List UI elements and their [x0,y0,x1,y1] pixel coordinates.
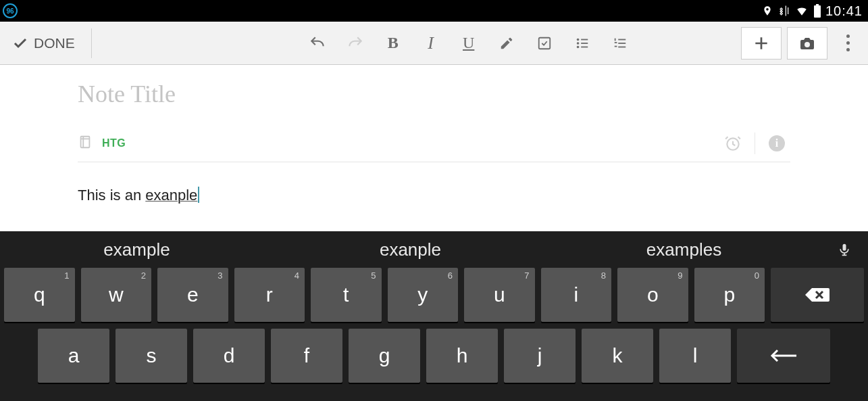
redo-button [336,27,374,60]
svg-rect-13 [614,42,617,43]
key-q[interactable]: 1q [4,268,75,322]
alarm-icon [724,135,742,152]
svg-rect-1 [816,4,819,5]
key-d[interactable]: d [193,329,265,383]
plus-icon [752,34,770,52]
status-bar: 96 10:41 [0,0,868,22]
checkbox-button[interactable] [526,27,563,60]
location-icon [762,4,773,18]
key-s[interactable]: s [116,329,187,383]
undo-icon [309,34,326,52]
info-button[interactable]: i [763,130,790,157]
svg-rect-16 [81,136,90,147]
svg-rect-7 [581,43,588,44]
redo-icon [347,34,364,52]
key-e[interactable]: 3e [157,268,228,322]
svg-rect-11 [618,46,626,47]
key-row-2: asdfghjkl [4,329,864,383]
bold-button[interactable]: B [374,27,412,60]
backspace-key[interactable] [771,268,864,322]
numbered-list-button[interactable] [601,27,639,60]
dot-icon [846,34,850,38]
camera-button[interactable] [787,27,827,60]
toolbar-separator [91,28,92,58]
status-clock: 10:41 [825,3,863,19]
pencil-icon [499,36,514,51]
camera-icon [798,35,817,51]
suggestion-bar: example exanple examples [0,231,868,268]
content-text: This is an [78,187,145,204]
key-w[interactable]: 2w [81,268,152,322]
svg-rect-9 [618,39,626,40]
wifi-icon [794,5,809,17]
voice-input-button[interactable] [821,240,868,259]
suggestion-center[interactable]: exanple [274,239,547,260]
key-u[interactable]: 7u [464,268,535,322]
microphone-icon [838,240,851,259]
svg-point-3 [576,38,579,41]
svg-point-15 [805,42,810,47]
highlight-button[interactable] [488,27,526,60]
key-t[interactable]: 5t [311,268,382,322]
numbered-list-icon [613,36,628,51]
svg-rect-12 [614,38,615,41]
dot-icon [846,48,850,51]
check-icon [12,35,28,51]
key-r[interactable]: 4r [234,268,305,322]
key-l[interactable]: l [659,329,731,383]
overflow-menu-button[interactable] [834,27,861,60]
misspelled-word: exanple [145,187,197,204]
status-badge-left: 96 [3,3,18,18]
underline-button[interactable]: U [450,27,488,60]
key-j[interactable]: j [504,329,576,383]
italic-button[interactable]: I [412,27,450,60]
key-p[interactable]: 0p [694,268,765,322]
svg-point-5 [576,45,579,48]
info-icon: i [769,135,785,151]
note-title-input[interactable] [78,72,790,112]
dot-icon [846,41,850,45]
bullet-list-icon [575,36,590,51]
svg-rect-10 [618,43,626,44]
key-row-1: 1q2w3e4r5t6y7u8i9o0p [4,268,864,322]
key-a[interactable]: a [38,329,109,383]
svg-rect-14 [614,45,617,47]
row-separator [755,133,755,154]
battery-icon [813,4,821,18]
key-h[interactable]: h [426,329,498,383]
undo-button[interactable] [299,27,336,60]
enter-key[interactable] [737,329,830,383]
svg-point-4 [576,42,579,45]
reminder-button[interactable] [719,130,746,157]
vibrate-icon [777,4,790,18]
add-button[interactable] [741,27,782,60]
bullet-list-button[interactable] [563,27,601,60]
backspace-icon [804,285,831,304]
notebook-icon [78,135,93,152]
notebook-row: HTG i [78,124,790,162]
note-content[interactable]: This is an exanple [78,162,790,204]
onscreen-keyboard: example exanple examples 1q2w3e4r5t6y7u8… [0,231,868,401]
notebook-name[interactable]: HTG [102,137,126,149]
text-cursor [198,187,199,203]
done-button[interactable]: DONE [7,22,87,64]
key-o[interactable]: 9o [617,268,688,322]
svg-rect-6 [581,39,588,40]
key-g[interactable]: g [349,329,420,383]
key-y[interactable]: 6y [388,268,459,322]
note-body: HTG i This is an exanple [0,65,868,204]
editor-toolbar: DONE B I U [0,22,868,65]
key-f[interactable]: f [271,329,342,383]
svg-rect-8 [581,46,588,47]
svg-rect-2 [538,37,550,49]
suggestion-right[interactable]: examples [547,239,821,260]
checkbox-icon [537,36,552,51]
key-k[interactable]: k [582,329,653,383]
svg-rect-0 [814,5,821,18]
suggestion-left[interactable]: example [0,239,274,260]
key-i[interactable]: 8i [541,268,612,322]
enter-icon [768,348,799,364]
